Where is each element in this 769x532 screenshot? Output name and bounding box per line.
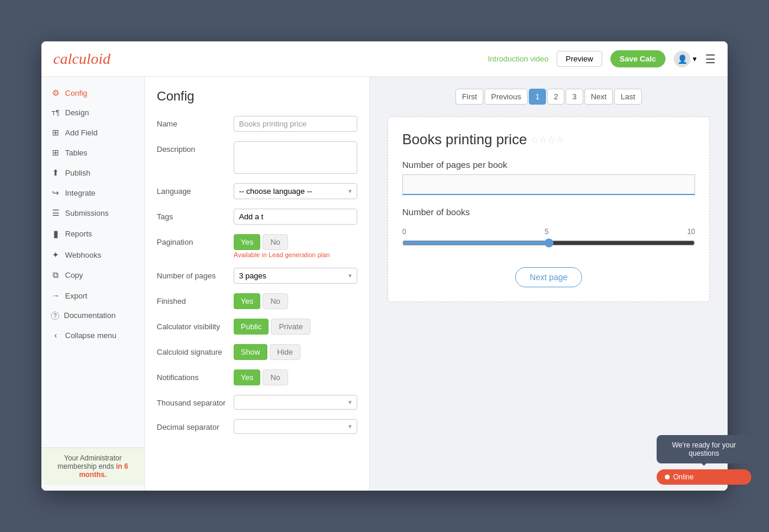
sidebar-label-submissions: Submissions [65,209,109,218]
books-slider[interactable] [402,238,695,248]
sidebar-label-documentation: Documentation [64,311,115,320]
tags-label: Tags [157,209,228,221]
export-icon: → [51,291,60,300]
page-last-button[interactable]: Last [614,89,642,105]
page-prev-button[interactable]: Previous [484,89,528,105]
sidebar-label-tables: Tables [65,148,88,157]
copy-icon: ⧉ [51,270,60,280]
preview-panel: First Previous 1 2 3 Next Last Books pri… [370,77,728,491]
sidebar-label-collapse: Collapse menu [65,331,117,340]
signature-show-button[interactable]: Show [234,344,267,360]
chat-bubble: We're ready for your questions [657,435,728,463]
decimal-sep-label: Decimal separator [157,419,228,432]
preview-button[interactable]: Preview [557,51,602,67]
online-dot-icon [665,475,670,479]
sidebar-item-webhooks[interactable]: ✦ Webhooks [41,245,144,265]
slider-labels: 0 5 10 [402,228,695,236]
page-1-button[interactable]: 1 [529,89,546,105]
intro-video-link[interactable]: Introduction video [488,54,549,63]
num-pages-chevron-icon: ▾ [348,272,352,280]
finished-row: Finished Yes No [157,293,357,309]
books-field-section: Number of books 0 5 10 [402,207,695,255]
sidebar-item-integrate[interactable]: ↪ Integrate [41,183,144,203]
visibility-public-button[interactable]: Public [234,319,269,335]
chat-online-button[interactable]: Online [657,469,728,485]
sidebar-item-add-field[interactable]: ⊞ Add Field [41,122,144,142]
pagination-controls: Yes No Available in Lead generation plan [234,234,329,258]
description-input[interactable] [234,141,357,174]
thousand-sep-row: Thousand separator ▾ [157,395,357,410]
num-pages-value: 3 pages [239,271,266,280]
sidebar-item-collapse[interactable]: ‹ Collapse menu [41,325,144,345]
num-pages-select[interactable]: 3 pages ▾ [234,268,357,284]
pagination-nav: First Previous 1 2 3 Next Last [387,89,710,105]
sidebar-item-config[interactable]: ⚙ Config [41,83,144,103]
config-panel: Config Name Description Language -- choo… [145,77,370,491]
description-row: Description [157,141,357,174]
sidebar-item-submissions[interactable]: ☰ Submissions [41,203,144,223]
sidebar-label-export: Export [65,291,88,300]
finished-yes-button[interactable]: Yes [234,293,260,309]
pagination-yes-button[interactable]: Yes [234,234,260,250]
tables-icon: ⊞ [51,148,60,157]
collapse-icon: ‹ [51,330,60,340]
sidebar-item-documentation[interactable]: ? Documentation [41,306,144,325]
sidebar-label-publish: Publish [65,168,91,177]
page-next-button[interactable]: Next [584,89,613,105]
name-row: Name [157,116,357,132]
calculator-title: Books printing price ☆☆☆☆ [402,131,695,148]
sidebar-item-reports[interactable]: ▮ Reports [41,223,144,245]
notifications-yes-button[interactable]: Yes [234,369,260,385]
books-slider-container: 0 5 10 [402,222,695,255]
visibility-private-button[interactable]: Private [271,319,310,335]
page-first-button[interactable]: First [455,89,483,105]
save-button[interactable]: Save Calc [610,50,665,67]
name-input[interactable] [234,116,357,132]
page-2-button[interactable]: 2 [547,89,564,105]
sidebar-item-publish[interactable]: ⬆ Publish [41,163,144,183]
pagination-no-button[interactable]: No [263,234,288,250]
sidebar-item-design[interactable]: ᴛ¶ Design [41,103,144,122]
submissions-icon: ☰ [51,208,60,218]
signature-label: Calculoid signature [157,344,228,356]
webhooks-icon: ✦ [51,250,60,259]
hamburger-icon[interactable]: ☰ [705,52,716,66]
pagination-label: Pagination [157,234,228,246]
finished-no-button[interactable]: No [263,293,288,309]
signature-hide-button[interactable]: Hide [270,344,301,360]
next-page-button[interactable]: Next page [515,267,583,287]
sidebar-item-tables[interactable]: ⊞ Tables [41,142,144,163]
decimal-sep-row: Decimal separator ▾ [157,419,357,434]
pages-input[interactable] [402,174,695,195]
sidebar-label-copy: Copy [65,271,83,280]
sidebar: ⚙ Config ᴛ¶ Design ⊞ Add Field ⊞ Tables … [41,77,145,491]
thousand-sep-select[interactable]: ▾ [234,395,357,410]
reports-icon: ▮ [51,228,60,239]
rating-stars[interactable]: ☆☆☆☆ [531,134,564,145]
tags-placeholder: Add a t [239,212,263,221]
description-label: Description [157,141,228,154]
tags-input[interactable]: Add a t [234,209,357,225]
publish-icon: ⬆ [51,168,60,177]
user-menu[interactable]: 👤 ▾ [674,51,697,67]
pagination-row: Pagination Yes No Available in Lead gene… [157,234,357,258]
sidebar-label-design: Design [65,108,89,117]
page-3-button[interactable]: 3 [566,89,583,105]
documentation-icon: ? [51,312,59,320]
topbar-actions: Introduction video Preview Save Calc 👤 ▾… [488,50,716,67]
pages-field-section: Number of pages per book [402,160,695,195]
notifications-row: Notifications Yes No [157,369,357,385]
thousand-sep-label: Thousand separator [157,395,228,407]
books-field-label: Number of books [402,207,695,217]
membership-text: Your Administrator membership ends [57,454,122,471]
sidebar-item-copy[interactable]: ⧉ Copy [41,265,144,286]
decimal-sep-chevron-icon: ▾ [348,423,352,430]
language-select[interactable]: -- choose language -- ▾ [234,183,357,199]
config-title: Config [157,89,357,104]
sidebar-item-export[interactable]: → Export [41,286,144,306]
notifications-no-button[interactable]: No [263,369,288,385]
name-label: Name [157,116,228,128]
signature-row: Calculoid signature Show Hide [157,344,357,360]
decimal-sep-select[interactable]: ▾ [234,419,357,434]
config-icon: ⚙ [51,88,60,98]
